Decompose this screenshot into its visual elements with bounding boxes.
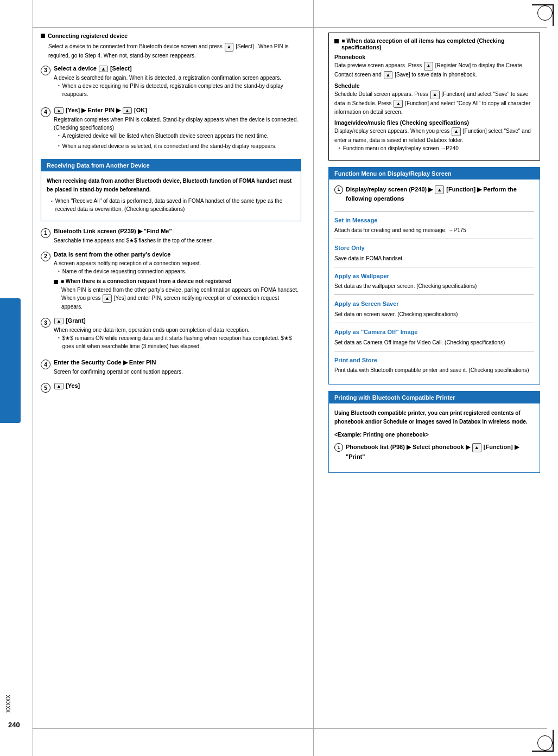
step3-recv-number: 3 — [41, 318, 50, 328]
checking-specs-box: ■ When data reception of all items has c… — [328, 33, 540, 161]
divider-3 — [334, 267, 534, 267]
phonebook-section: Phonebook Data preview screen appears. P… — [334, 54, 534, 79]
step5-recv-number: 5 — [41, 383, 50, 393]
schedule-body: Schedule Detail screen appears. Press ▲ … — [334, 90, 534, 116]
step1-recv-body: Searchable time appears and $★$ flashes … — [54, 236, 301, 245]
connecting-heading: Connecting registered device — [41, 33, 301, 39]
divider-4 — [334, 294, 534, 295]
step1-recv-title: Bluetooth Link screen (P239) ▶ "Find Me" — [54, 228, 301, 235]
receiving-box-header: Receiving Data from Another Device — [41, 159, 301, 171]
func-step1-number: 1 — [334, 185, 343, 194]
step2-recv-number: 2 — [41, 252, 50, 261]
function-menu-box: Function Menu on Display/Replay Screen 1… — [328, 167, 540, 385]
step5-recv: 5 ▲ [Yes] — [41, 382, 301, 393]
step4-left-number: 4 — [41, 107, 50, 117]
step2-recv-title: Data is sent from the other party's devi… — [54, 251, 301, 258]
sidebar: Other Convenient Functions XXXXX 240 — [0, 0, 33, 756]
connecting-title: Connecting registered device — [48, 33, 128, 39]
schedule-section: Schedule Schedule Detail screen appears.… — [334, 82, 534, 116]
step3-recv-body: When receiving one data item, operation … — [54, 326, 301, 334]
phonebook-title: Phonebook — [334, 54, 534, 60]
black-square-icon — [41, 34, 45, 38]
divider-5 — [334, 323, 534, 323]
bottom-line — [33, 728, 547, 729]
function-menu-header: Function Menu on Display/Replay Screen — [329, 168, 540, 180]
print-step1: 1 Phonebook list (P98) ▶ Select phoneboo… — [334, 443, 534, 462]
function-menu-body: 1 Display/replay screen (P240) ▶ ▲ [Func… — [329, 180, 540, 385]
image-title: Image/video/music files (Checking specif… — [334, 119, 534, 126]
step3-left-body: A device is searched for again. When it … — [54, 74, 301, 82]
func-step1: 1 Display/replay screen (P240) ▶ ▲ [Func… — [334, 185, 534, 206]
step3-recv: 3 ▲ [Grant] When receiving one data item… — [41, 317, 301, 353]
func-step1-title: Display/replay screen (P240) ▶ ▲ [Functi… — [346, 185, 534, 204]
printing-box: Printing with Bluetooth Compatible Print… — [328, 391, 540, 473]
printing-box-body: Using Bluetooth compatible printer, you … — [329, 403, 540, 472]
image-bullet1: • Function menu on display/replay screen… — [334, 144, 534, 152]
step2-recv-body: A screen appears notifying reception of … — [54, 259, 301, 267]
step3-left-title: Select a device ▲ [Select] — [54, 65, 301, 72]
printing-intro: Using Bluetooth compatible printer, you … — [334, 409, 534, 426]
sidebar-blue-bar: Other Convenient Functions — [0, 298, 21, 423]
receiving-box-bullet1: • When "Receive All" of data is performe… — [47, 197, 295, 213]
menu-item-set-in-message: Set in Message Attach data for creating … — [334, 216, 534, 235]
receiving-box: Receiving Data from Another Device When … — [41, 159, 301, 221]
vertical-divider — [313, 0, 314, 756]
connecting-body: Select a device to be connected from Blu… — [41, 42, 301, 60]
checking-square — [334, 39, 339, 43]
step2-recv-bullet1: • Name of the device requesting connecti… — [54, 267, 301, 276]
menu-item-wallpaper: Apply as Wallpaper Set data as the wallp… — [334, 272, 534, 291]
divider-6 — [334, 351, 534, 351]
page-container: Other Convenient Functions XXXXX 240 Con… — [0, 0, 558, 756]
corner-circle-br — [537, 735, 553, 751]
menu-item-print-and-store: Print and Store Print data with Bluetoot… — [334, 356, 534, 375]
right-column: ■ When data reception of all items has c… — [320, 27, 548, 485]
divider-1 — [334, 211, 534, 212]
select-icon: ▲ — [225, 43, 234, 52]
step3-left-bullet1: • When a device requiring no PIN is dete… — [54, 82, 301, 98]
divider-2 — [334, 239, 534, 239]
step1-recv: 1 Bluetooth Link screen (P239) ▶ "Find M… — [41, 228, 301, 245]
step4-left-bullet2: • When a registered device is selected, … — [54, 142, 301, 150]
step4-left: 4 ▲ [Yes] ▶ Enter PIN ▶ ▲ [OK] Registrat… — [41, 107, 301, 152]
step3-recv-bullet1: • $★$ remains ON while receiving data an… — [54, 334, 301, 350]
recv-subheading-square — [54, 280, 58, 284]
sidebar-xxxx: XXXXX — [5, 695, 11, 713]
step5-recv-title: ▲ [Yes] — [54, 382, 301, 389]
step3-left: 3 Select a device ▲ [Select] A device is… — [41, 65, 301, 100]
step4-left-body: Registration completes when PIN is colla… — [54, 116, 301, 132]
step4-recv-body: Screen for confirming operation continua… — [54, 368, 301, 376]
step4-recv-title: Enter the Security Code ▶ Enter PIN — [54, 359, 301, 366]
step4-left-bullet1: • A registered device will be listed whe… — [54, 132, 301, 140]
step4-recv-number: 4 — [41, 360, 50, 369]
step3-recv-title: ▲ [Grant] — [54, 317, 301, 324]
menu-item-store-only: Store Only Save data in FOMA handset. — [334, 244, 534, 262]
image-body: Display/replay screen appears. When you … — [334, 127, 534, 144]
select-icon2: ▲ — [99, 66, 108, 72]
step4-left-title: ▲ [Yes] ▶ Enter PIN ▶ ▲ [OK] — [54, 107, 301, 114]
menu-items-list: Set in Message Attach data for creating … — [334, 211, 534, 375]
step1-recv-number: 1 — [41, 228, 50, 238]
schedule-title: Schedule — [334, 82, 534, 89]
phonebook-body: Data preview screen appears. Press ▲ [Re… — [334, 61, 534, 79]
step2-recv: 2 Data is sent from the other party's de… — [41, 251, 301, 311]
printing-box-header: Printing with Bluetooth Compatible Print… — [329, 392, 540, 403]
print-step1-content: Phonebook list (P98) ▶ Select phonebook … — [346, 443, 534, 462]
step4-recv: 4 Enter the Security Code ▶ Enter PIN Sc… — [41, 359, 301, 376]
example-heading: <Example: Printing one phonebook> — [334, 431, 534, 439]
image-section: Image/video/music files (Checking specif… — [334, 119, 534, 152]
menu-item-screen-saver: Apply as Screen Saver Set data on screen… — [334, 299, 534, 318]
page-number: 240 — [8, 721, 20, 729]
receiving-box-body: When receiving data from another Bluetoo… — [41, 171, 301, 221]
corner-circle-tr — [537, 5, 553, 21]
step3-left-number: 3 — [41, 66, 50, 75]
checking-specs-header: ■ When data reception of all items has c… — [341, 37, 534, 50]
left-column: Connecting registered device Select a de… — [33, 27, 309, 405]
menu-item-camera-off: Apply as "Camera Off" Image Set data as … — [334, 328, 534, 347]
print-step1-number: 1 — [334, 443, 343, 452]
